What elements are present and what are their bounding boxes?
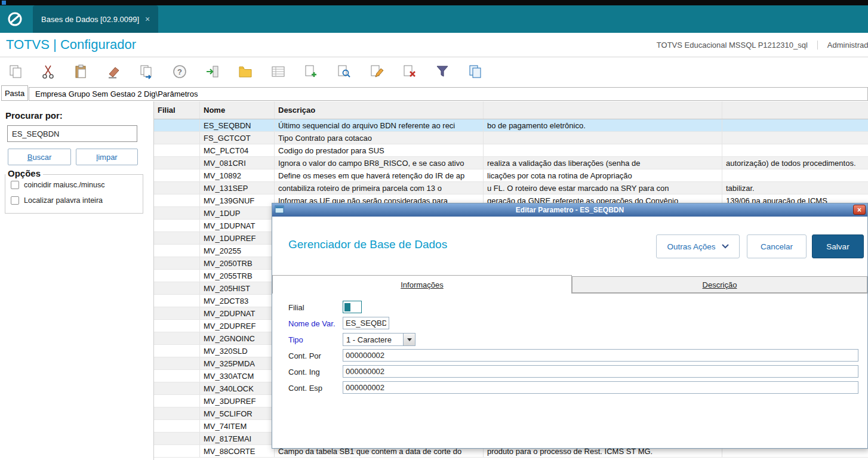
cell-nome: MV_5CLIFOR xyxy=(200,407,275,419)
column-desc-cont1 xyxy=(484,101,722,119)
cell-descricao-3 xyxy=(722,132,868,144)
cell-nome: MV_2050TRB xyxy=(200,257,275,269)
help-icon[interactable]: ? xyxy=(170,62,189,81)
delete-record-icon[interactable] xyxy=(400,62,419,81)
paste-icon[interactable] xyxy=(72,62,91,81)
close-icon[interactable]: × xyxy=(853,205,866,215)
search-input[interactable] xyxy=(7,125,137,142)
pasta-tab[interactable]: Pasta xyxy=(1,85,28,101)
option-match-case[interactable]: coincidir maiusc./minusc xyxy=(11,181,104,189)
cell-nome: MV_330ATCM xyxy=(200,370,275,382)
cell-filial xyxy=(154,332,200,344)
window-icon xyxy=(275,205,284,216)
cell-descricao-1: Tipo Contrato para cotacao xyxy=(275,132,484,144)
cont-por-field[interactable] xyxy=(343,349,858,362)
cell-descricao-2: realiza a validação das liberações (senh… xyxy=(484,157,722,169)
text-cursor xyxy=(344,303,350,311)
cont-esp-field[interactable] xyxy=(343,381,858,394)
tab-bases-de-dados[interactable]: Bases de Dados [02.9.0099] × xyxy=(33,5,158,33)
cell-filial xyxy=(154,433,200,444)
cell-descricao-3: autorização) de todos procedimentos. xyxy=(722,157,868,169)
filial-field[interactable] xyxy=(343,301,362,313)
cell-filial xyxy=(154,370,200,382)
tipo-label: Tipo xyxy=(288,335,303,344)
cell-nome: MV_3DUPREF xyxy=(200,395,275,407)
nome-var-field[interactable] xyxy=(343,317,389,329)
cell-nome: MV_2055TRB xyxy=(200,270,275,282)
table-row[interactable]: MV_081CRI Ignora o valor do campo BR8_RI… xyxy=(154,157,868,169)
nome-var-label: Nome de Var. xyxy=(288,319,335,328)
cell-nome: MV_88CORTE xyxy=(200,445,275,457)
limpar-button[interactable]: limpar xyxy=(76,149,138,165)
table-row[interactable]: MV_10892 Define os meses em que haverá r… xyxy=(154,169,868,182)
enter-icon[interactable] xyxy=(203,62,222,81)
column-nome[interactable]: Nome xyxy=(200,101,275,119)
environment-info: TOTVS Educacional MSSQL P1212310_sql Adm… xyxy=(657,41,868,50)
tab-close-icon[interactable]: × xyxy=(145,14,150,24)
table-row[interactable]: ES_SEQBDN Último sequencial do arquivo B… xyxy=(154,119,868,132)
checkbox-icon[interactable] xyxy=(11,196,19,205)
folder-icon[interactable] xyxy=(236,62,255,81)
table-row[interactable]: MC_PLCT04 Codigo do prestador para SUS xyxy=(154,144,868,157)
cell-descricao-3: tabilizar. xyxy=(722,182,868,194)
dialog-title: Editar Parametro - ES_SEQBDN xyxy=(516,206,624,214)
filter-icon[interactable] xyxy=(433,62,452,81)
cell-filial xyxy=(154,144,200,156)
cell-nome: MV_205HIST xyxy=(200,282,275,294)
cell-descricao-3 xyxy=(722,169,868,181)
breadcrumb: Empresa Grupo Sem Gestao 2 Dig\Parâmetro… xyxy=(29,87,868,101)
checkbox-label: Localizar palavra inteira xyxy=(24,196,103,205)
table-row[interactable]: MV_131SEP contabiliza roteiro de primeir… xyxy=(154,182,868,195)
column-filial[interactable]: Filial xyxy=(154,101,200,119)
cell-nome: MV_1DUPREF xyxy=(200,232,275,244)
dialog-titlebar[interactable]: Editar Parametro - ES_SEQBDN × xyxy=(272,203,867,217)
duplicate-icon[interactable] xyxy=(466,62,485,81)
cell-filial xyxy=(154,270,200,282)
tab-informacoes[interactable]: Informações xyxy=(272,275,572,294)
edit-record-icon[interactable] xyxy=(367,62,386,81)
eraser-icon[interactable] xyxy=(104,62,124,81)
dialog-heading: Gerenciador de Base de Dados xyxy=(288,238,447,251)
app-title: TOTVS | Configurador xyxy=(6,37,136,53)
cell-filial xyxy=(154,295,200,307)
cancelar-button[interactable]: Cancelar xyxy=(747,234,807,258)
cell-filial xyxy=(154,169,200,181)
tipo-select[interactable]: 1 - Caractere xyxy=(343,333,415,346)
caret-down-icon xyxy=(407,338,412,341)
dropdown-button[interactable] xyxy=(403,334,415,345)
svg-text:?: ? xyxy=(177,67,182,76)
tab-descricao[interactable]: Descrição xyxy=(572,276,867,293)
cont-por-label: Cont. Por xyxy=(288,351,321,360)
table-row[interactable]: FS_GCTCOT Tipo Contrato para cotacao xyxy=(154,132,868,144)
checkbox-icon[interactable] xyxy=(11,181,19,189)
cell-nome: MV_1DUPNAT xyxy=(200,220,275,231)
send-icon[interactable] xyxy=(137,62,156,81)
cell-descricao-1: Ignora o valor do campo BR8_RISCO, e se … xyxy=(275,157,484,169)
user-label: Administrador xyxy=(827,41,868,50)
workspace-tab-bar: Bases de Dados [02.9.0099] × xyxy=(0,5,868,33)
cell-filial xyxy=(154,395,200,407)
table-icon[interactable] xyxy=(269,62,288,81)
cell-nome: MV_340LOCK xyxy=(200,382,275,394)
salvar-button[interactable]: Salvar xyxy=(812,234,864,258)
cell-nome: MV_320SLD xyxy=(200,345,275,357)
search-panel-title: Procurar por: xyxy=(5,110,63,121)
cont-ing-field[interactable] xyxy=(343,365,858,378)
view-record-icon[interactable] xyxy=(334,62,353,81)
add-record-icon[interactable] xyxy=(301,62,321,81)
copy-icon[interactable] xyxy=(6,62,25,81)
column-descricao[interactable]: Descriçao xyxy=(275,101,484,119)
cell-nome: MV_2DCT83 xyxy=(200,295,275,307)
os-titlebar xyxy=(0,0,868,5)
outras-acoes-button[interactable]: Outras Ações xyxy=(656,234,740,258)
totvs-configurador-screen: Bases de Dados [02.9.0099] × TOTVS | Con… xyxy=(0,0,868,460)
cell-nome: MV_2GNOINC xyxy=(200,332,275,344)
cell-filial xyxy=(154,420,200,432)
cell-nome: MV_325PMDA xyxy=(200,357,275,369)
buscar-button[interactable]: Buscar xyxy=(8,149,71,165)
cell-descricao-3 xyxy=(722,119,868,131)
cut-icon[interactable] xyxy=(39,62,58,81)
option-whole-word[interactable]: Localizar palavra inteira xyxy=(11,196,103,205)
cell-nome: MV_2DUPNAT xyxy=(200,307,275,319)
cell-filial xyxy=(154,182,200,194)
